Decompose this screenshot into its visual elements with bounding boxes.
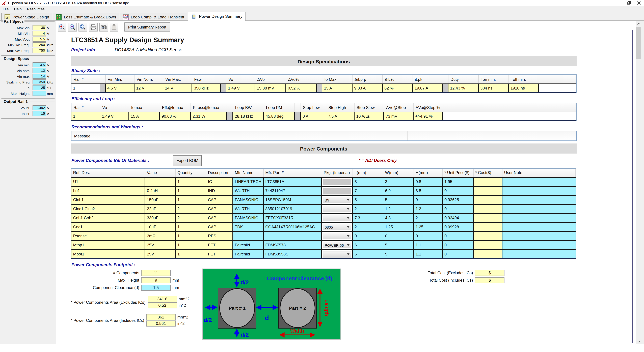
- bom-cell[interactable]: [502, 249, 576, 258]
- bom-cell[interactable]: 5: [384, 195, 414, 204]
- bom-cell[interactable]: [502, 240, 576, 249]
- bom-cell[interactable]: [502, 204, 576, 213]
- tab-loss-estimate[interactable]: Loss Estimate & Break Down: [53, 13, 119, 20]
- zoom-out-button[interactable]: [68, 23, 77, 31]
- bom-cell[interactable]: 0: [384, 231, 414, 240]
- bom-cell[interactable]: 5: [384, 240, 414, 249]
- print-summary-report-button[interactable]: Print Summary Report: [124, 22, 170, 31]
- menu-item-file[interactable]: File: [0, 7, 11, 11]
- bom-cell[interactable]: TDK: [233, 222, 264, 231]
- bom-cell[interactable]: 7.3: [353, 213, 384, 222]
- bom-cell[interactable]: 1.25: [414, 222, 443, 231]
- close-button[interactable]: [634, 0, 644, 6]
- bom-cell[interactable]: 0: [443, 186, 474, 195]
- bom-cell[interactable]: FDMS7578: [264, 240, 322, 249]
- bom-cell[interactable]: 16SEPG150M: [264, 195, 322, 204]
- bom-cell[interactable]: 1.1: [414, 240, 443, 249]
- spec-field[interactable]: 1.5: [141, 285, 171, 291]
- spec-field[interactable]: 1.492: [32, 105, 46, 110]
- bom-cell[interactable]: 9: [414, 195, 443, 204]
- bom-cell[interactable]: 2: [353, 204, 384, 213]
- bom-cell[interactable]: 1.2: [414, 204, 443, 213]
- snapshot-button[interactable]: [99, 23, 108, 31]
- bom-cell[interactable]: Fairchild: [233, 240, 264, 249]
- bom-cell[interactable]: 1.25: [384, 222, 414, 231]
- pkg-select[interactable]: [323, 251, 351, 258]
- bom-cell[interactable]: 0.09928: [443, 222, 474, 231]
- clipboard-button[interactable]: [110, 23, 118, 31]
- bom-cell[interactable]: 6.9: [384, 186, 414, 195]
- bom-cell[interactable]: 2: [353, 222, 384, 231]
- bom-cell[interactable]: WURTH: [233, 186, 264, 195]
- bom-cell[interactable]: 744311047: [264, 186, 322, 195]
- spec-field[interactable]: 350: [32, 79, 46, 84]
- bom-cell[interactable]: 0: [443, 204, 474, 213]
- spec-field[interactable]: 15: [32, 111, 46, 116]
- bom-cell[interactable]: 1.2: [384, 204, 414, 213]
- export-bom-button[interactable]: Export BOM: [173, 155, 202, 166]
- pkg-select[interactable]: B9: [323, 197, 351, 203]
- bom-cell[interactable]: [502, 186, 576, 195]
- bom-cell[interactable]: 1.1: [414, 249, 443, 258]
- pkg-select[interactable]: [323, 206, 351, 212]
- bom-cell[interactable]: 7: [353, 186, 384, 195]
- bom-cell[interactable]: 6: [353, 249, 384, 258]
- pkg-select[interactable]: POWER 56: [323, 242, 351, 248]
- tab-power-design-summary[interactable]: Power Design Summary: [188, 12, 246, 21]
- bom-cell[interactable]: 6: [353, 240, 384, 249]
- bom-cell[interactable]: PANASONIC: [233, 213, 264, 222]
- bom-cell[interactable]: 0.92625: [443, 195, 474, 204]
- bom-cell[interactable]: 5: [353, 195, 384, 204]
- bom-cell[interactable]: 1.95: [443, 177, 474, 186]
- bom-cell[interactable]: 2: [414, 213, 443, 222]
- spec-field[interactable]: 25: [32, 85, 46, 90]
- bom-cell[interactable]: 3.8: [414, 186, 443, 195]
- minimize-button[interactable]: [614, 0, 624, 6]
- menu-item-resources[interactable]: Resources: [24, 7, 47, 11]
- bom-cell[interactable]: FDMS8558S: [264, 249, 322, 258]
- bom-cell[interactable]: 3: [353, 177, 384, 186]
- bom-cell[interactable]: 0: [414, 231, 443, 240]
- bom-cell[interactable]: [502, 177, 576, 186]
- pkg-select[interactable]: 0805: [323, 224, 351, 230]
- bom-cell[interactable]: 885012107019: [264, 204, 322, 213]
- bom-cell[interactable]: 4.3: [384, 213, 414, 222]
- restore-button[interactable]: [624, 0, 634, 6]
- bom-cell[interactable]: 0: [353, 231, 384, 240]
- bom-cell[interactable]: WURTH: [233, 204, 264, 213]
- bom-cell[interactable]: LINEAR TECH: [233, 177, 264, 186]
- bom-cell[interactable]: 3: [384, 177, 414, 186]
- bom-cell[interactable]: PANASONIC: [233, 195, 264, 204]
- bom-cell[interactable]: [502, 231, 576, 240]
- bom-cell[interactable]: EEFGX0E331R: [264, 213, 322, 222]
- bom-cell[interactable]: [233, 231, 264, 240]
- print-button[interactable]: [89, 23, 98, 31]
- spec-field[interactable]: 4.5: [32, 62, 46, 67]
- bom-cell[interactable]: 0.92494: [443, 213, 474, 222]
- scroll-thumb[interactable]: [636, 27, 641, 59]
- bom-cell[interactable]: 0: [443, 240, 474, 249]
- bom-cell[interactable]: [502, 222, 576, 231]
- pkg-select[interactable]: [323, 233, 351, 239]
- scroll-up-button[interactable]: [636, 21, 641, 26]
- spec-field[interactable]: 12: [32, 68, 46, 73]
- pkg-select[interactable]: [323, 215, 351, 221]
- vertical-scrollbar[interactable]: [636, 21, 641, 344]
- bom-cell[interactable]: 5: [384, 249, 414, 258]
- bom-cell[interactable]: [502, 213, 576, 222]
- bom-cell[interactable]: [264, 231, 322, 240]
- bom-cell[interactable]: 0.8: [414, 177, 443, 186]
- spec-field[interactable]: 14: [32, 74, 46, 79]
- bom-cell[interactable]: [502, 195, 576, 204]
- bom-cell[interactable]: LTC3851A: [264, 177, 322, 186]
- bom-cell[interactable]: Fairchild: [233, 249, 264, 258]
- tab-loop-comp[interactable]: Loop Comp. & Load Transient: [120, 13, 187, 20]
- bom-cell[interactable]: 0: [443, 249, 474, 258]
- bom-cell[interactable]: 0: [443, 231, 474, 240]
- menu-item-help[interactable]: Help: [11, 7, 24, 11]
- bom-cell[interactable]: CGA4J1X7R0J106M125AC: [264, 222, 322, 231]
- zoom-in-button[interactable]: [58, 23, 66, 31]
- zoom-fit-button[interactable]: [78, 23, 87, 31]
- spec-field[interactable]: [32, 91, 46, 96]
- scroll-down-button[interactable]: [636, 339, 641, 344]
